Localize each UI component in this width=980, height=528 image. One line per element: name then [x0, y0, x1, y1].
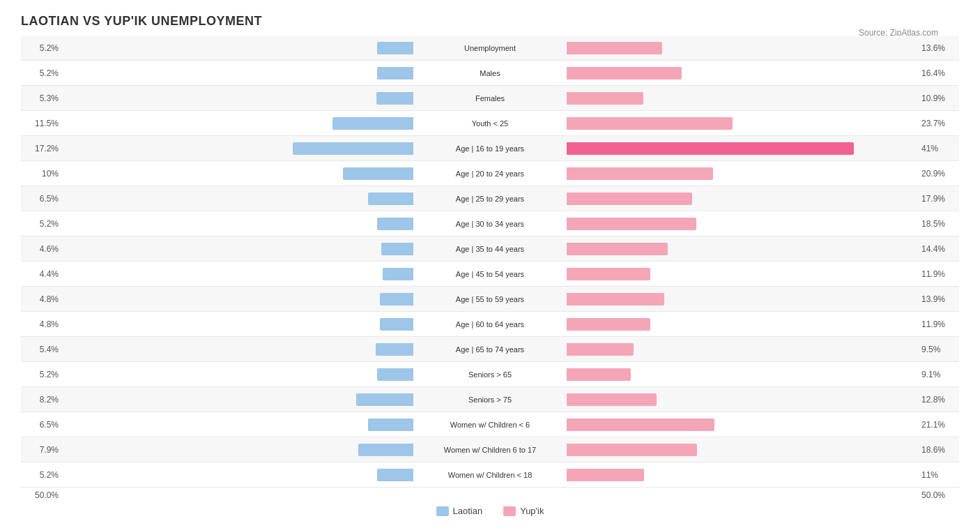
legend-yupik: Yup'ik	[503, 506, 544, 516]
right-value: 41%	[917, 144, 959, 153]
bar-label: Age | 20 to 24 years	[413, 169, 567, 178]
chart-row: 4.4% Age | 45 to 54 years 11.9%	[21, 262, 959, 287]
yupik-bar	[567, 444, 697, 456]
left-value: 5.2%	[21, 470, 63, 480]
right-value: 11.9%	[917, 269, 959, 279]
right-half	[567, 266, 917, 282]
right-half	[567, 417, 917, 432]
right-value: 18.6%	[917, 445, 959, 455]
bar-label: Age | 60 to 64 years	[413, 320, 567, 329]
chart-row: 8.2% Seniors > 75 12.8%	[21, 387, 959, 412]
yupik-bar	[567, 117, 733, 130]
left-half	[63, 317, 413, 332]
laotian-bar	[358, 444, 413, 456]
bar-container: Youth < 25	[63, 111, 917, 135]
bar-container: Age | 35 to 44 years	[63, 236, 917, 261]
right-value: 13.6%	[917, 43, 959, 53]
right-value: 14.4%	[917, 244, 959, 254]
left-half	[63, 40, 413, 56]
chart-row: 10% Age | 20 to 24 years 20.9%	[21, 161, 959, 186]
left-half	[63, 467, 413, 483]
laotian-bar	[377, 469, 413, 481]
bar-label: Age | 16 to 19 years	[413, 144, 567, 153]
chart-row: 7.9% Women w/ Children 6 to 17 18.6%	[21, 437, 959, 462]
left-value: 17.2%	[21, 144, 63, 153]
bar-label: Women w/ Children < 6	[413, 421, 567, 429]
left-half	[63, 392, 413, 407]
chart-row: 6.5% Women w/ Children < 6 21.1%	[21, 412, 959, 437]
bar-container: Age | 16 to 19 years	[63, 136, 917, 160]
yupik-bar	[567, 42, 662, 54]
laotian-bar	[332, 117, 413, 130]
bar-label: Age | 55 to 59 years	[413, 295, 567, 303]
right-value: 20.9%	[917, 169, 959, 179]
chart-row: 6.5% Age | 25 to 29 years 17.9%	[21, 186, 959, 211]
left-value: 4.8%	[21, 294, 63, 304]
right-half	[567, 467, 917, 483]
yupik-bar	[567, 193, 692, 205]
bar-container: Unemployment	[63, 36, 917, 60]
bar-container: Women w/ Children < 18	[63, 462, 917, 487]
bar-container: Women w/ Children < 6	[63, 412, 917, 437]
yupik-color-swatch	[503, 506, 516, 516]
right-value: 9.5%	[917, 345, 959, 354]
right-value: 11%	[917, 470, 959, 480]
chart-row: 5.2% Seniors > 65 9.1%	[21, 362, 959, 387]
axis-left-label: 50.0%	[21, 490, 63, 500]
chart-row: 5.3% Females 10.9%	[21, 86, 959, 111]
right-half	[567, 392, 917, 407]
bar-container: Age | 55 to 59 years	[63, 287, 917, 311]
right-half	[567, 342, 917, 357]
yupik-bar	[567, 293, 664, 306]
right-half	[567, 317, 917, 332]
bar-container: Males	[63, 61, 917, 85]
left-value: 4.6%	[21, 244, 63, 254]
right-value: 23.7%	[917, 119, 959, 128]
yupik-bar	[567, 318, 650, 331]
right-value: 18.5%	[917, 219, 959, 229]
left-value: 4.4%	[21, 269, 63, 279]
chart-row: 11.5% Youth < 25 23.7%	[21, 111, 959, 136]
chart-row: 5.2% Males 16.4%	[21, 61, 959, 86]
right-half	[567, 292, 917, 307]
bar-container: Age | 20 to 24 years	[63, 161, 917, 186]
laotian-bar	[377, 368, 413, 381]
right-value: 12.8%	[917, 395, 959, 405]
chart-title: LAOTIAN VS YUP'IK UNEMPLOYMENT	[21, 14, 959, 29]
yupik-bar	[567, 418, 714, 431]
left-value: 8.2%	[21, 395, 63, 405]
left-value: 11.5%	[21, 119, 63, 128]
laotian-legend-label: Laotian	[453, 506, 483, 516]
bar-container: Age | 30 to 34 years	[63, 211, 917, 236]
chart-row: 4.6% Age | 35 to 44 years 14.4%	[21, 236, 959, 262]
left-value: 10%	[21, 169, 63, 179]
yupik-bar	[567, 368, 631, 381]
laotian-bar	[381, 243, 413, 255]
yupik-bar	[567, 343, 634, 356]
bar-container: Seniors > 65	[63, 362, 917, 386]
left-half	[63, 141, 413, 156]
bar-label: Youth < 25	[413, 119, 567, 128]
axis-row: 50.0% 50.0%	[21, 490, 959, 500]
left-value: 5.2%	[21, 219, 63, 229]
left-value: 7.9%	[21, 445, 63, 455]
laotian-bar	[380, 293, 413, 306]
laotian-bar	[377, 42, 413, 54]
yupik-bar	[567, 218, 696, 230]
bar-label: Males	[413, 69, 567, 77]
bar-container: Age | 25 to 29 years	[63, 186, 917, 211]
right-value: 13.9%	[917, 294, 959, 304]
yupik-bar	[567, 142, 854, 155]
left-value: 5.2%	[21, 370, 63, 379]
left-half	[63, 216, 413, 232]
chart-row: 17.2% Age | 16 to 19 years 41%	[21, 136, 959, 161]
yupik-legend-label: Yup'ik	[520, 506, 544, 516]
left-value: 4.8%	[21, 319, 63, 329]
right-value: 10.9%	[917, 93, 959, 103]
right-half	[567, 216, 917, 232]
legend: Laotian Yup'ik	[21, 506, 959, 516]
bar-label: Age | 30 to 34 years	[413, 220, 567, 228]
yupik-bar	[567, 92, 643, 105]
left-half	[63, 66, 413, 81]
right-value: 17.9%	[917, 194, 959, 204]
